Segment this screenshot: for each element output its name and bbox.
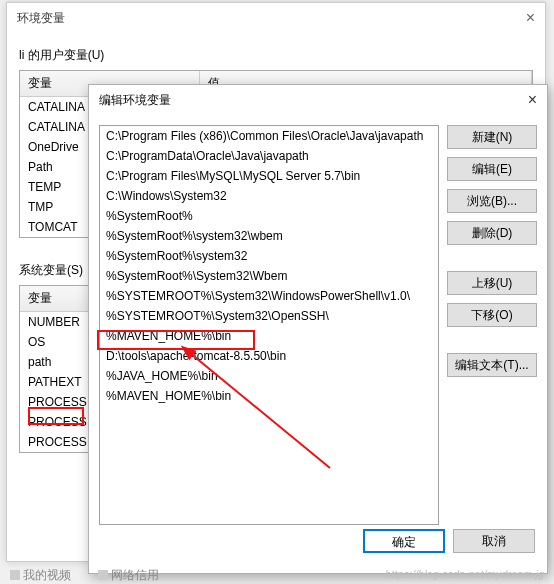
ok-button[interactable]: 确定 [363, 529, 445, 553]
close-icon[interactable]: × [526, 3, 535, 33]
user-vars-label: li 的用户变量(U) [19, 47, 533, 64]
delete-button[interactable]: 删除(D) [447, 221, 537, 245]
path-row[interactable]: C:\Windows\System32 [100, 186, 438, 206]
taskbar-peek: 我的视频 网络信用 [10, 567, 183, 584]
move-up-button[interactable]: 上移(U) [447, 271, 537, 295]
path-row[interactable]: C:\ProgramData\Oracle\Java\javapath [100, 146, 438, 166]
edit-text-button[interactable]: 编辑文本(T)... [447, 353, 537, 377]
move-down-button[interactable]: 下移(O) [447, 303, 537, 327]
path-row[interactable]: C:\Program Files (x86)\Common Files\Orac… [100, 126, 438, 146]
path-row[interactable]: D:\tools\apache-tomcat-8.5.50\bin [100, 346, 438, 366]
close-icon[interactable]: × [528, 85, 537, 115]
path-row[interactable]: %SystemRoot%\System32\Wbem [100, 266, 438, 286]
folder-icon [98, 570, 108, 580]
path-row[interactable]: %SystemRoot%\system32\wbem [100, 226, 438, 246]
cancel-button[interactable]: 取消 [453, 529, 535, 553]
edit-env-var-dialog: 编辑环境变量 × C:\Program Files (x86)\Common F… [88, 84, 548, 574]
browse-button[interactable]: 浏览(B)... [447, 189, 537, 213]
edit-title-text: 编辑环境变量 [99, 85, 171, 115]
path-list[interactable]: C:\Program Files (x86)\Common Files\Orac… [99, 125, 439, 525]
path-row[interactable]: %SystemRoot%\system32 [100, 246, 438, 266]
path-row[interactable]: C:\Program Files\MySQL\MySQL Server 5.7\… [100, 166, 438, 186]
path-row[interactable]: %SYSTEMROOT%\System32\WindowsPowerShell\… [100, 286, 438, 306]
path-row[interactable]: %SYSTEMROOT%\System32\OpenSSH\ [100, 306, 438, 326]
path-row[interactable]: %MAVEN_HOME%\bin [100, 326, 438, 346]
path-row[interactable]: %JAVA_HOME%\bin [100, 366, 438, 386]
watermark: https://blog.csdn.net/mydream.jg [385, 568, 544, 580]
parent-titlebar: 环境变量 × [7, 3, 545, 33]
edit-button[interactable]: 编辑(E) [447, 157, 537, 181]
new-button[interactable]: 新建(N) [447, 125, 537, 149]
path-row[interactable]: %MAVEN_HOME%\bin [100, 386, 438, 406]
path-row[interactable]: %SystemRoot% [100, 206, 438, 226]
folder-icon [10, 570, 20, 580]
action-column: 新建(N) 编辑(E) 浏览(B)... 删除(D) 上移(U) 下移(O) 编… [447, 125, 537, 525]
parent-title-text: 环境变量 [17, 3, 65, 33]
edit-titlebar: 编辑环境变量 × [89, 85, 547, 115]
